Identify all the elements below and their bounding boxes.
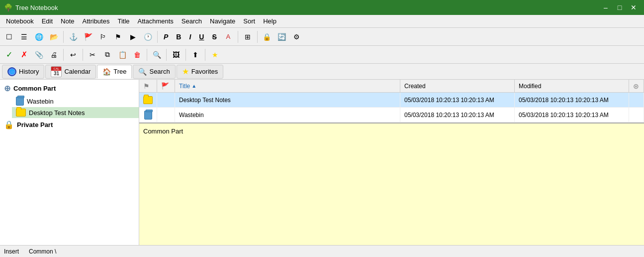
- menu-help[interactable]: Help: [259, 15, 280, 27]
- tb-check-btn[interactable]: ✓: [2, 48, 16, 62]
- private-part-label: Private Part: [17, 121, 53, 128]
- td-extra-wastebin: [629, 108, 644, 122]
- menu-attributes[interactable]: Attributes: [79, 15, 114, 27]
- td-modified-wastebin: 05/03/2018 10:20:13 10:20:13 AM: [515, 108, 629, 122]
- tb-up-btn[interactable]: ⬆: [188, 48, 202, 62]
- table-header: ⚑ 🚩 Title ▲ Created Modified ⊛: [139, 80, 644, 93]
- tb-lock-btn[interactable]: 🔒: [260, 30, 274, 44]
- th-title[interactable]: Title ▲: [175, 80, 400, 92]
- table-row-wastebin[interactable]: Wastebin 05/03/2018 10:20:13 10:20:13 AM…: [139, 108, 644, 123]
- tb-undo-btn[interactable]: ↩: [66, 48, 80, 62]
- tb-underline-btn[interactable]: U: [195, 30, 207, 44]
- tab-calendar[interactable]: CAL 31 Calendar: [45, 65, 96, 79]
- tab-search-label: Search: [149, 68, 170, 75]
- minimize-button[interactable]: –: [599, 2, 612, 12]
- wastebin-item[interactable]: Wastebin: [12, 95, 139, 107]
- tb-italic-btn[interactable]: I: [185, 30, 194, 44]
- tb-attach-btn[interactable]: 📎: [32, 48, 46, 62]
- private-part-section[interactable]: 🔒 Private Part: [0, 118, 139, 131]
- layers-icon: ⊕: [4, 84, 10, 93]
- tb-view-btn[interactable]: ☰: [17, 30, 31, 44]
- tb-paragraph-btn[interactable]: P: [160, 30, 172, 44]
- desktop-test-notes-item[interactable]: Desktop Test Notes: [12, 107, 139, 118]
- sep8: [166, 49, 167, 61]
- wastebin-row-title: Wastebin: [179, 112, 204, 119]
- menu-navigate[interactable]: Navigate: [206, 15, 239, 27]
- menu-attachments[interactable]: Attachments: [134, 15, 178, 27]
- tb-flag2-btn[interactable]: 🏳: [96, 30, 110, 44]
- tb-print-btn[interactable]: 🖨: [47, 48, 61, 62]
- calendar-icon: CAL 31: [51, 66, 62, 77]
- status-mode: Insert: [4, 248, 19, 255]
- table-row-desktop[interactable]: Desktop Test Notes 05/03/2018 10:20:13 1…: [139, 93, 644, 108]
- menu-note[interactable]: Note: [57, 15, 78, 27]
- menu-edit[interactable]: Edit: [38, 15, 57, 27]
- lock-icon: 🔒: [4, 120, 14, 129]
- sep7: [147, 49, 147, 61]
- tab-history[interactable]: 🌐 History: [2, 65, 44, 79]
- menu-notebook[interactable]: Notebook: [2, 15, 38, 27]
- toolbar1: ☐ ☰ 🌐 📂 ⚓ 🚩 🏳 ⚑ ▶ 🕐 P B I U S A ⊞ 🔒 🔄 ⚙: [0, 28, 644, 46]
- app-title: Tree Notebook: [15, 4, 58, 11]
- history-globe-icon: 🌐: [7, 67, 16, 76]
- tb-anchor-btn[interactable]: ⚓: [66, 30, 80, 44]
- td-icon-wastebin: [139, 108, 157, 122]
- tab-tree[interactable]: 🏠 Tree: [97, 65, 132, 79]
- th-flag: 🚩: [157, 80, 175, 92]
- tb-globe-btn[interactable]: 🌐: [32, 30, 46, 44]
- sep5: [63, 49, 64, 61]
- maximize-button[interactable]: □: [613, 2, 626, 12]
- menu-search[interactable]: Search: [178, 15, 206, 27]
- menu-title[interactable]: Title: [113, 15, 133, 27]
- tb-new-note-btn[interactable]: ☐: [2, 30, 16, 44]
- sep3: [238, 31, 238, 43]
- tb-refresh-btn[interactable]: 🔄: [275, 30, 289, 44]
- close-button[interactable]: ✕: [627, 2, 640, 12]
- tb-color-btn[interactable]: A: [221, 30, 235, 44]
- desktop-row-title: Desktop Test Notes: [179, 97, 231, 104]
- tb-delete-btn[interactable]: 🗑: [130, 48, 144, 62]
- tb-folder-btn[interactable]: 📂: [47, 30, 61, 44]
- nav-tabs: 🌐 History CAL 31 Calendar 🏠 Tree 🔍 Searc…: [0, 64, 644, 80]
- tb-star-btn[interactable]: ★: [208, 48, 222, 62]
- tb-cut-btn[interactable]: ✂: [86, 48, 99, 62]
- tb-clock-btn[interactable]: 🕐: [141, 30, 155, 44]
- tb-flag1-btn[interactable]: 🚩: [81, 30, 95, 44]
- tb-search2-btn[interactable]: 🔍: [150, 48, 164, 62]
- tb-cancel-btn[interactable]: ✗: [17, 48, 31, 62]
- tab-search[interactable]: 🔍 Search: [133, 65, 175, 79]
- tb-bold-btn[interactable]: B: [173, 30, 184, 44]
- th-created: Created: [400, 80, 515, 92]
- desktop-row-modified: 05/03/2018 10:20:13 10:20:13 AM: [519, 97, 609, 104]
- tb-strikethrough-btn[interactable]: S: [208, 30, 220, 44]
- sep4: [257, 31, 258, 43]
- th-extra: ⊛: [629, 80, 644, 92]
- td-title-desktop: Desktop Test Notes: [175, 93, 400, 107]
- tb-flag3-btn[interactable]: ⚑: [111, 30, 125, 44]
- desktop-test-notes-label: Desktop Test Notes: [29, 109, 85, 117]
- common-part-section[interactable]: ⊕ Common Part: [0, 82, 139, 95]
- sort-asc-icon: ▲: [191, 83, 196, 89]
- tb-image-btn[interactable]: 🖼: [169, 48, 183, 62]
- sep1: [63, 31, 64, 43]
- wastebin-row-modified: 05/03/2018 10:20:13 10:20:13 AM: [519, 112, 609, 119]
- folder-icon: [16, 109, 26, 117]
- status-path: Common \: [29, 248, 56, 255]
- th-modified-label: Modified: [519, 83, 541, 90]
- tb-settings-btn[interactable]: ⚙: [290, 30, 304, 44]
- tb-flag4-btn[interactable]: ▶: [126, 30, 140, 44]
- tab-favorites[interactable]: ★ Favorites: [177, 65, 223, 79]
- title-bar-controls: – □ ✕: [599, 2, 640, 12]
- menu-bar: Notebook Edit Note Attributes Title Atta…: [0, 15, 644, 28]
- td-extra-desktop: [629, 93, 644, 107]
- tb-paste-btn[interactable]: 📋: [115, 48, 129, 62]
- menu-sort[interactable]: Sort: [239, 15, 259, 27]
- td-flag-wastebin: [157, 108, 175, 122]
- status-bar: Insert Common \: [0, 245, 644, 257]
- table-area: ⚑ 🚩 Title ▲ Created Modified ⊛: [139, 80, 644, 124]
- tb-copy-btn[interactable]: ⧉: [100, 48, 114, 62]
- content-area: ⚑ 🚩 Title ▲ Created Modified ⊛: [139, 80, 644, 245]
- tab-history-label: History: [19, 68, 39, 75]
- note-area[interactable]: Common Part: [139, 124, 644, 245]
- tb-table-btn[interactable]: ⊞: [241, 30, 255, 44]
